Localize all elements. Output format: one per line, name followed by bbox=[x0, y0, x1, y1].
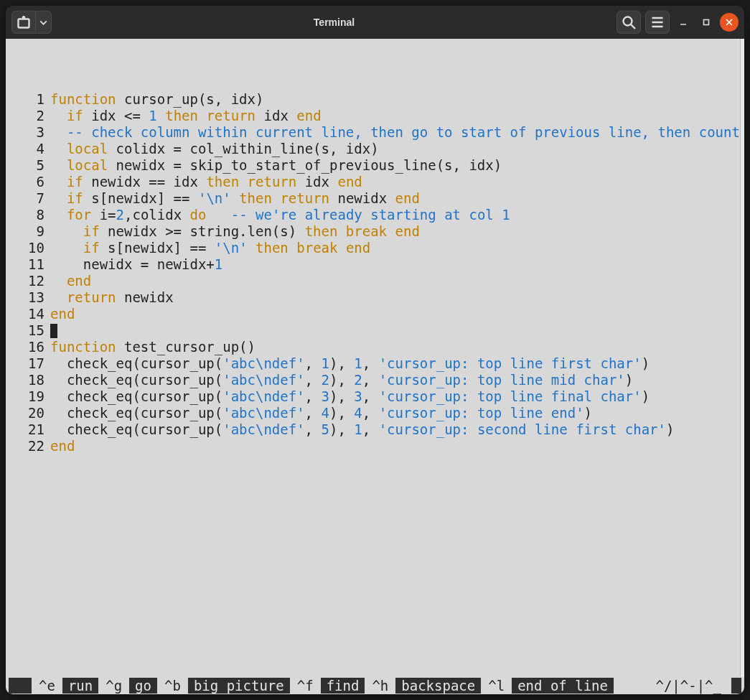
line-number: 6 bbox=[6, 174, 50, 190]
scrollbar[interactable] bbox=[740, 39, 744, 677]
code-content: if s[newidx] == '\n' then return newidx … bbox=[50, 190, 744, 207]
hamburger-menu-button[interactable] bbox=[645, 11, 670, 34]
code-content: end bbox=[50, 306, 744, 322]
footer-block bbox=[9, 678, 32, 694]
footer-key: ^f bbox=[297, 678, 314, 694]
line-number: 20 bbox=[6, 405, 50, 421]
code-line: 5 local newidx = skip_to_start_of_previo… bbox=[6, 157, 744, 174]
line-number: 21 bbox=[6, 421, 50, 438]
code-line: 7 if s[newidx] == '\n' then return newid… bbox=[6, 190, 744, 207]
footer-action[interactable]: run bbox=[62, 678, 98, 694]
line-number: 22 bbox=[6, 438, 50, 454]
line-number: 15 bbox=[6, 322, 50, 339]
line-number: 10 bbox=[6, 240, 50, 256]
line-number: 8 bbox=[6, 207, 50, 223]
code-line: 4 local colidx = col_within_line(s, idx) bbox=[6, 141, 744, 157]
code-content: if s[newidx] == '\n' then break end bbox=[50, 240, 744, 256]
line-number: 7 bbox=[6, 190, 50, 207]
footer-action[interactable]: end of line bbox=[512, 678, 614, 694]
code-content: check_eq(cursor_up('abc\ndef', 4), 4, 'c… bbox=[50, 405, 744, 421]
line-number: 3 bbox=[6, 124, 50, 141]
code-content: end bbox=[50, 273, 744, 289]
search-button[interactable] bbox=[617, 11, 641, 34]
new-tab-split bbox=[11, 11, 52, 34]
footer-action[interactable]: backspace bbox=[395, 678, 481, 694]
code-line: 13 return newidx bbox=[6, 289, 744, 306]
code-line: 20 check_eq(cursor_up('abc\ndef', 4), 4,… bbox=[6, 405, 744, 421]
code-line: 21 check_eq(cursor_up('abc\ndef', 5), 1,… bbox=[6, 421, 744, 438]
svg-rect-0 bbox=[19, 19, 29, 28]
code-content: return newidx bbox=[50, 289, 744, 306]
hamburger-icon bbox=[649, 14, 666, 31]
footer-key: ^l bbox=[488, 678, 505, 694]
code-content: function cursor_up(s, idx) bbox=[50, 91, 744, 108]
titlebar: Terminal bbox=[6, 6, 744, 39]
code-line: 14end bbox=[6, 306, 744, 322]
code-line: 6 if newidx == idx then return idx end bbox=[6, 174, 744, 190]
footer-tailblock bbox=[731, 678, 741, 694]
line-number: 5 bbox=[6, 157, 50, 174]
footer-action[interactable]: find bbox=[321, 678, 365, 694]
line-number: 18 bbox=[6, 372, 50, 388]
code-line: 16function test_cursor_up() bbox=[6, 339, 744, 355]
new-tab-icon bbox=[15, 14, 32, 31]
line-number: 14 bbox=[6, 306, 50, 322]
close-icon bbox=[725, 18, 733, 27]
code-content: function test_cursor_up() bbox=[50, 339, 744, 355]
line-number: 9 bbox=[6, 223, 50, 240]
line-number: 11 bbox=[6, 256, 50, 273]
new-tab-menu-button[interactable] bbox=[36, 11, 52, 34]
new-tab-button[interactable] bbox=[11, 11, 36, 34]
footer-key: ^b bbox=[164, 678, 181, 694]
footer-action[interactable]: big picture bbox=[188, 678, 290, 694]
line-number: 16 bbox=[6, 339, 50, 355]
code-content: check_eq(cursor_up('abc\ndef', 1), 1, 'c… bbox=[50, 355, 744, 372]
code-content: if newidx == idx then return idx end bbox=[50, 174, 744, 190]
footer-action[interactable]: go bbox=[129, 678, 157, 694]
search-icon bbox=[620, 14, 637, 31]
maximize-icon bbox=[702, 18, 711, 27]
svg-point-3 bbox=[624, 17, 632, 26]
code-line: 1function cursor_up(s, idx) bbox=[6, 91, 744, 108]
line-number: 1 bbox=[6, 91, 50, 108]
code-content: -- check column within current line, the… bbox=[50, 124, 744, 141]
code-line: 22end bbox=[6, 438, 744, 454]
code-content: check_eq(cursor_up('abc\ndef', 5), 1, 'c… bbox=[50, 421, 744, 438]
line-number: 17 bbox=[6, 355, 50, 372]
code-content: local colidx = col_within_line(s, idx) bbox=[50, 141, 744, 157]
code-line: 2 if idx <= 1 then return idx end bbox=[6, 108, 744, 124]
code-content: check_eq(cursor_up('abc\ndef', 3), 3, 'c… bbox=[50, 388, 744, 405]
footer-tail: ^/|^-|^_ bbox=[655, 678, 721, 694]
footer-bar: ^erun^ggo^bbig picture^ffind^hbackspace^… bbox=[6, 677, 744, 694]
code-line: 11 newidx = newidx+1 bbox=[6, 256, 744, 273]
code-line: 18 check_eq(cursor_up('abc\ndef', 2), 2,… bbox=[6, 372, 744, 388]
code-line: 12 end bbox=[6, 273, 744, 289]
code-content: local newidx = skip_to_start_of_previous… bbox=[50, 157, 744, 174]
close-button[interactable] bbox=[720, 13, 739, 32]
svg-rect-9 bbox=[704, 20, 709, 25]
code-line: 3 -- check column within current line, t… bbox=[6, 124, 744, 141]
code-content: if idx <= 1 then return idx end bbox=[50, 108, 744, 124]
editor-area[interactable]: 1function cursor_up(s, idx)2 if idx <= 1… bbox=[6, 39, 744, 677]
terminal-window: Terminal 1function cursor_up(s, idx)2 if… bbox=[6, 6, 744, 694]
code-content: for i=2,colidx do -- we're already start… bbox=[50, 207, 744, 223]
code-content: if newidx >= string.len(s) then break en… bbox=[50, 223, 744, 240]
code-content: check_eq(cursor_up('abc\ndef', 2), 2, 'c… bbox=[50, 372, 744, 388]
window-title: Terminal bbox=[52, 17, 617, 28]
line-number: 12 bbox=[6, 273, 50, 289]
code-line: 10 if s[newidx] == '\n' then break end bbox=[6, 240, 744, 256]
minimize-icon bbox=[679, 18, 688, 27]
code-line: 15 bbox=[6, 322, 744, 339]
line-number: 19 bbox=[6, 388, 50, 405]
footer-key: ^e bbox=[39, 678, 55, 694]
minimize-button[interactable] bbox=[674, 13, 693, 32]
code-content: end bbox=[50, 438, 744, 454]
line-number: 4 bbox=[6, 141, 50, 157]
maximize-button[interactable] bbox=[697, 13, 716, 32]
line-number: 2 bbox=[6, 108, 50, 124]
code-line: 9 if newidx >= string.len(s) then break … bbox=[6, 223, 744, 240]
footer-key: ^g bbox=[106, 678, 122, 694]
code-content: newidx = newidx+1 bbox=[50, 256, 744, 273]
text-cursor bbox=[50, 324, 57, 338]
svg-line-4 bbox=[631, 24, 635, 29]
